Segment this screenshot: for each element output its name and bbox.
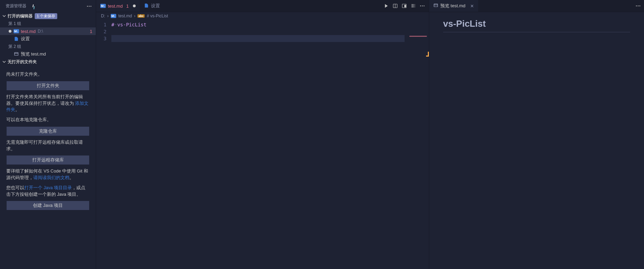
tab-test-md[interactable]: M↓ test.md 1 — [96, 0, 140, 12]
text-open-folder-warn: 打开文件夹将关闭所有当前打开的编辑器。要使其保持打开状态，请改为 添加文件夹。 — [6, 94, 90, 113]
sidebar-header: 资源管理器 — [0, 0, 96, 12]
preview-tab-actions — [634, 0, 644, 12]
split-editor-button[interactable] — [409, 2, 417, 10]
cursor-marker — [426, 52, 429, 57]
editor-tabs: M↓ test.md 1 设置 — [96, 0, 429, 12]
close-icon[interactable]: ✕ — [470, 3, 474, 9]
preview-tabs: 预览 test.md ✕ — [429, 0, 644, 12]
file-path: D:\ — [38, 29, 43, 34]
settings-file-icon — [13, 36, 19, 42]
unsaved-dot-icon — [133, 5, 136, 7]
file-name: test.md — [21, 29, 36, 34]
open-editor-settings[interactable]: 设置 — [0, 35, 96, 43]
markdown-file-icon: M↓ — [13, 28, 19, 34]
create-java-project-button[interactable]: 创建 Java 项目 — [7, 201, 89, 210]
svg-point-19 — [420, 6, 421, 7]
preview-heading: vs-PicList — [443, 18, 630, 32]
chevron-right-icon: › — [107, 14, 109, 18]
svg-rect-0 — [33, 5, 34, 7]
preview-file-icon — [433, 3, 438, 9]
explorer-sidebar: 资源管理器 打开的编辑器 1 个未保存 第 1 组 M↓ test.md D:\… — [0, 0, 96, 269]
unsaved-dot-icon — [7, 30, 13, 33]
svg-point-2 — [89, 6, 90, 7]
tab-settings[interactable]: 设置 — [140, 0, 164, 12]
tab-label: 预览 test.md — [440, 3, 465, 9]
editor-group-1: M↓ test.md 1 设置 D: › M↓ test.md › — [96, 0, 429, 269]
preview-side-button[interactable] — [391, 2, 399, 10]
main-area: M↓ test.md 1 设置 D: › M↓ test.md › — [96, 0, 644, 269]
overview-ruler[interactable] — [405, 20, 429, 269]
chevron-right-icon: › — [134, 14, 135, 18]
no-folder-label: 无打开的文件夹 — [8, 59, 37, 65]
code-line[interactable]: #·vs-PicList — [111, 21, 405, 28]
text-java: 您也可以打开一个 Java 项目目录，或点击下方按钮创建一个新的 Java 项目… — [6, 185, 90, 198]
line-number: 2 — [96, 28, 110, 35]
preview-file-icon — [13, 51, 19, 57]
line-number: 1 — [96, 21, 110, 28]
code-editor[interactable]: 1 2 3 #·vs-PicList — [96, 20, 429, 269]
bc-file[interactable]: test.md — [118, 14, 132, 18]
editor-group-2-label: 第 2 组 — [0, 43, 96, 50]
code-content[interactable]: #·vs-PicList — [111, 21, 405, 42]
chevron-down-icon — [1, 13, 7, 19]
open-java-project-link[interactable]: 打开一个 Java 项目目录 — [24, 185, 72, 190]
more-actions-button[interactable] — [418, 2, 426, 10]
open-remote-repo-button[interactable]: 打开远程存储库 — [7, 155, 89, 165]
open-editors-label: 打开的编辑器 — [8, 14, 33, 19]
settings-file-icon — [144, 3, 149, 9]
tab-label: 设置 — [151, 3, 160, 9]
open-folder-button[interactable]: 打开文件夹 — [7, 81, 89, 90]
svg-point-1 — [87, 6, 88, 7]
explorer-title: 资源管理器 — [6, 3, 85, 9]
more-actions-button[interactable] — [85, 2, 93, 10]
editor-group-2: 预览 test.md ✕ vs-PicList — [429, 0, 644, 269]
svg-point-4 — [9, 30, 11, 33]
code-line-active[interactable] — [111, 35, 405, 42]
svg-point-24 — [636, 6, 637, 7]
open-preview-button[interactable] — [400, 2, 408, 10]
tab-problem-count: 1 — [126, 3, 129, 9]
file-problem-count: 1 — [90, 29, 92, 34]
editor-group-1-label: 第 1 组 — [0, 20, 96, 27]
tab-preview[interactable]: 预览 test.md ✕ — [429, 0, 478, 12]
text-git-docs: 要详细了解如何在 VS Code 中使用 Git 和源代码管理，请阅读我们的文档… — [6, 168, 90, 181]
editor-tab-actions — [382, 0, 429, 12]
minimap-marker — [409, 36, 427, 37]
open-editors-section[interactable]: 打开的编辑器 1 个未保存 — [0, 12, 96, 20]
svg-point-26 — [639, 6, 641, 7]
clone-repo-button[interactable]: 克隆仓库 — [7, 127, 89, 136]
svg-rect-5 — [15, 52, 18, 55]
markdown-file-icon: M↓ — [100, 4, 106, 8]
svg-point-3 — [91, 6, 92, 7]
text-not-open: 尚未打开文件夹。 — [6, 71, 90, 78]
line-number: 3 — [96, 35, 110, 42]
no-folder-section[interactable]: 无打开的文件夹 — [0, 58, 96, 66]
svg-point-25 — [638, 6, 639, 7]
svg-rect-22 — [434, 4, 438, 7]
bc-symbol[interactable]: # vs-PicList — [147, 14, 168, 18]
svg-point-20 — [422, 6, 423, 7]
file-name: 设置 — [21, 36, 30, 42]
code-line[interactable] — [111, 28, 405, 35]
svg-rect-10 — [405, 5, 406, 7]
git-docs-link[interactable]: 请阅读我们的文档 — [33, 175, 69, 180]
breadcrumb[interactable]: D: › M↓ test.md › abc # vs-PicList — [96, 12, 429, 20]
unsaved-badge: 1 个未保存 — [35, 13, 57, 19]
file-name: 预览 test.md — [21, 51, 46, 57]
open-editor-preview[interactable]: 预览 test.md — [0, 50, 96, 58]
bc-drive[interactable]: D: — [101, 14, 105, 18]
chevron-down-icon — [1, 59, 7, 65]
no-folder-body: 尚未打开文件夹。 打开文件夹 打开文件夹将关闭所有当前打开的编辑器。要使其保持打… — [0, 66, 96, 213]
markdown-file-icon: M↓ — [111, 14, 116, 18]
svg-point-21 — [424, 6, 425, 7]
line-number-gutter: 1 2 3 — [96, 21, 110, 42]
more-actions-button[interactable] — [634, 2, 642, 10]
markdown-preview[interactable]: vs-PicList — [429, 12, 644, 269]
open-editor-test-md[interactable]: M↓ test.md D:\ 1 — [0, 27, 96, 35]
text-no-clone: 无需克隆即可打开远程存储库或拉取请求。 — [6, 139, 90, 152]
symbol-icon: abc — [137, 14, 145, 18]
tab-label: test.md — [108, 3, 123, 9]
text-can-clone: 可以在本地克隆仓库。 — [6, 117, 90, 123]
run-button[interactable] — [382, 2, 390, 10]
